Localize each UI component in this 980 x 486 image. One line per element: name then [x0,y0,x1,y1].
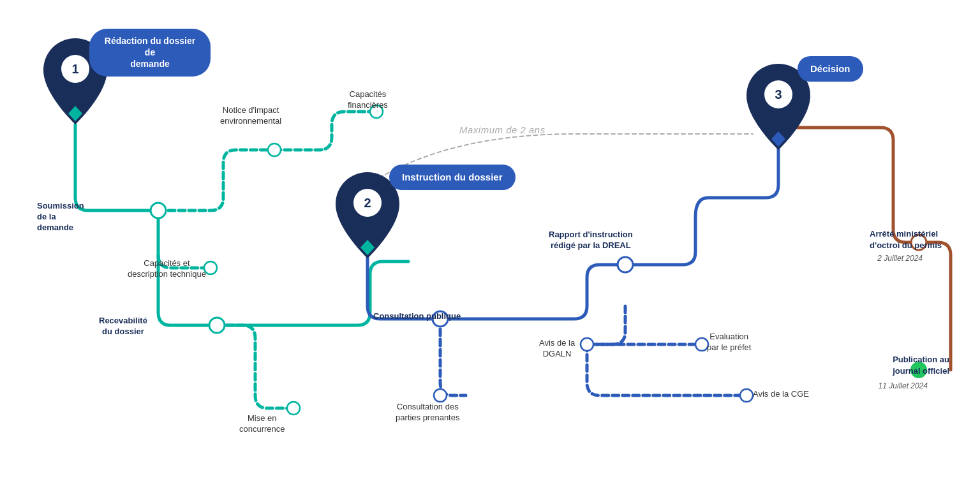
svg-point-10 [695,338,708,351]
publication-date: 11 Juillet 2024 [879,381,928,390]
svg-text:3: 3 [775,87,782,101]
capacites-fin-label: Capacitésfinancières [348,89,388,111]
svg-point-8 [618,257,633,272]
recevabilite-label: Recevabilitédu dossier [99,316,147,337]
svg-point-7 [434,389,447,402]
svg-point-5 [287,402,300,415]
step1-bubble: Rédaction du dossier dedemande [89,29,211,77]
svg-point-9 [581,338,593,351]
consultation-pub-label: Consultation publique [373,311,461,322]
avis-dgaln-label: Avis de laDGALN [539,338,575,360]
svg-point-11 [740,389,753,402]
arrete-label: Arrêté ministérield'octroi du permis [870,228,942,251]
mise-concurrence-label: Mise enconcurrence [239,413,285,435]
consultation-parties-label: Consultation desparties prenantes [396,402,459,423]
svg-point-0 [151,203,166,218]
step3-bubble: Décision [798,56,863,82]
avis-cge-label: Avis de la CGE [753,389,809,400]
capacites-tech-label: Capacités etdescription technique [128,258,206,280]
soumission-label: Soumissionde lademande [37,201,84,233]
svg-point-4 [209,318,225,333]
svg-text:1: 1 [71,62,78,76]
notice-label: Notice d'impactenvironnemental [220,105,281,127]
publication-label: Publication aujournal officiel [893,354,949,377]
arrete-date: 2 Juillet 2024 [877,254,923,263]
max-duration-label: Maximum de 2 ans [459,124,546,135]
process-diagram: 1 2 3 Rédaction du dossier dedemande Ins… [0,0,980,486]
rapport-dreal-label: Rapport d'instructionrédigé par la DREAL [549,230,633,251]
svg-point-1 [268,144,281,156]
step2-bubble: Instruction du dossier [389,165,516,190]
svg-text:2: 2 [364,196,371,210]
svg-point-3 [204,261,217,274]
evaluation-prefet-label: Evaluationpar le préfet [707,332,751,353]
